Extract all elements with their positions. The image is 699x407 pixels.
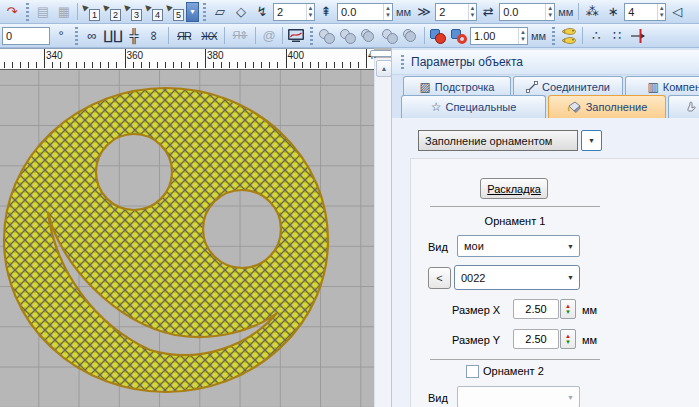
spiral-icon[interactable]: @: [259, 26, 279, 46]
node-red-ring-icon[interactable]: [449, 26, 469, 46]
step-spinner-value[interactable]: [436, 6, 468, 18]
design-canvas[interactable]: [0, 70, 374, 407]
view-preset-2-button[interactable]: ▶2: [102, 2, 122, 22]
view-preset-1-button[interactable]: ▶1: [81, 2, 101, 22]
shape-pair2-icon[interactable]: [338, 26, 358, 46]
ruler-tick: [318, 62, 319, 68]
size-x-spinner[interactable]: ▲ ▼: [560, 299, 576, 319]
degree-button[interactable]: °: [51, 26, 71, 46]
letter-flip-icon[interactable]: Я⇕: [228, 26, 252, 46]
ruler-tick: [52, 62, 53, 68]
view-preset-3-button[interactable]: ▶3: [123, 2, 143, 22]
gap-spinner-value[interactable]: [500, 6, 545, 18]
red-crosshair-icon[interactable]: [628, 26, 648, 46]
node-size-spinner-value[interactable]: [471, 30, 518, 42]
ornament2-checkbox[interactable]: [466, 365, 479, 378]
vertical-scrollbar[interactable]: ▲: [374, 58, 391, 407]
density-spinner-value[interactable]: [274, 6, 306, 18]
size-y-input[interactable]: [513, 329, 559, 349]
shape-b: [324, 33, 335, 44]
triple-rings-icon[interactable]: ∞: [82, 26, 102, 46]
tab-row-secondary: ▨ Подстрочка Соединители ▥ Компенса: [403, 76, 699, 96]
ruler-tick: [326, 62, 327, 68]
view-preset-4-button[interactable]: ▶4: [144, 2, 164, 22]
fish-icon[interactable]: [559, 26, 579, 46]
view-preset-5-button[interactable]: ▶5: [165, 2, 185, 22]
tab-compensation[interactable]: ▥ Компенса: [625, 76, 699, 96]
pennants-icon[interactable]: ≫: [414, 2, 434, 22]
spin-down-icon[interactable]: ▼: [565, 309, 571, 315]
dots-dense-icon[interactable]: ∷: [607, 26, 627, 46]
spinner-arrows[interactable]: ▲▼: [468, 4, 476, 20]
shape-subtract-icon[interactable]: [401, 26, 421, 46]
exchange-icon[interactable]: ⇄: [478, 2, 498, 22]
tab-hand[interactable]: [668, 95, 699, 118]
fill-type-select[interactable]: Заполнение орнаментом: [418, 130, 578, 151]
spinner-arrows[interactable]: ▲▼: [545, 4, 554, 20]
angle-input-value[interactable]: [3, 30, 49, 42]
scatter-burst-icon[interactable]: ∗: [603, 2, 623, 22]
stitch-sheet-icon[interactable]: ▦: [54, 2, 74, 22]
pull-comp-spinner-value[interactable]: [338, 6, 383, 18]
spinner-arrows[interactable]: ▲▼: [306, 4, 314, 20]
ruler-tick: [36, 62, 37, 68]
toolbar-grip[interactable]: [310, 27, 313, 45]
ruler-tick: [350, 62, 351, 68]
offset-up-icon[interactable]: ⇞: [316, 2, 336, 22]
diamond-node-icon[interactable]: ◇: [231, 2, 251, 22]
meander-loops-icon[interactable]: ∐∐: [103, 26, 123, 46]
tab-underlay[interactable]: ▨ Подстрочка: [403, 76, 511, 96]
ruler-tick: [12, 62, 13, 68]
chevron-down-icon: ▼: [567, 274, 574, 281]
ornament1-title: Орнамент 1: [430, 215, 600, 227]
toolbar-row-2: °∞∐∐╬∞ЯRЖXЯ⇕@▲▼мм∴∷: [0, 24, 699, 48]
ruler-tick: [181, 62, 182, 68]
scroll-up-button[interactable]: ▲: [376, 60, 392, 77]
ornament1-vid-label: Вид: [428, 241, 448, 253]
tab-special[interactable]: ☆ Специальные: [401, 95, 546, 118]
layout-button[interactable]: Раскладка: [480, 178, 548, 199]
ruler-tick: [141, 62, 142, 68]
tab-fill[interactable]: Заполнение: [548, 95, 666, 118]
spin-down-icon[interactable]: ▼: [565, 339, 571, 345]
ruler-tick: [342, 62, 343, 68]
ruler-tick: [116, 62, 117, 68]
node-red-dot-icon[interactable]: [428, 26, 448, 46]
toolbar-grip[interactable]: [203, 3, 206, 21]
double-rings-icon[interactable]: ∞: [145, 26, 165, 46]
dots-sparse-icon[interactable]: ∴: [586, 26, 606, 46]
toolbar-separator: [578, 3, 579, 20]
shape-merge-icon[interactable]: [380, 26, 400, 46]
ruler-splitter-handle[interactable]: [370, 50, 393, 57]
skew-columns-icon[interactable]: ▱: [210, 2, 230, 22]
lightning-icon[interactable]: ↯: [252, 2, 272, 22]
shape-pair-icon[interactable]: [317, 26, 337, 46]
toolbar-grip[interactable]: [552, 27, 555, 45]
clipped-edge-icon[interactable]: ◁: [667, 2, 687, 22]
ruler-unit-label: 400: [288, 50, 305, 61]
toolbar-overflow-button[interactable]: ▼: [186, 2, 199, 22]
toolbar-grip[interactable]: [75, 27, 78, 45]
panel-grip[interactable]: [401, 55, 404, 69]
object-properties-icon[interactable]: ▤: [33, 2, 53, 22]
spinner-arrows[interactable]: ▲▼: [383, 4, 392, 20]
mirror-letters-icon[interactable]: ЯR: [172, 26, 196, 46]
spinner-arrows[interactable]: ▲▼: [657, 4, 665, 20]
redo-curve-icon[interactable]: ↷: [2, 2, 22, 22]
hand-icon: [686, 101, 696, 114]
scatter-dots-icon[interactable]: ⁂: [582, 2, 602, 22]
shape-overlap-icon[interactable]: [359, 26, 379, 46]
count-spinner-value[interactable]: [625, 6, 657, 18]
size-y-spinner[interactable]: ▲ ▼: [560, 329, 576, 349]
size-x-input[interactable]: [513, 299, 559, 319]
weave-grid-icon[interactable]: ╬: [124, 26, 144, 46]
toolbar-grip[interactable]: [26, 3, 29, 21]
fill-type-dropdown-button[interactable]: ▼: [581, 130, 602, 151]
tab-connectors[interactable]: Соединители: [513, 76, 623, 96]
pattern-select[interactable]: 0022 ▼: [454, 265, 580, 290]
mirror-x-icon[interactable]: ЖX: [197, 26, 221, 46]
pattern-back-button[interactable]: <: [428, 267, 451, 289]
monitor-preview-icon[interactable]: [286, 26, 306, 46]
ornament1-type-select[interactable]: мои ▼: [457, 235, 580, 257]
spinner-arrows[interactable]: ▲▼: [518, 28, 527, 44]
